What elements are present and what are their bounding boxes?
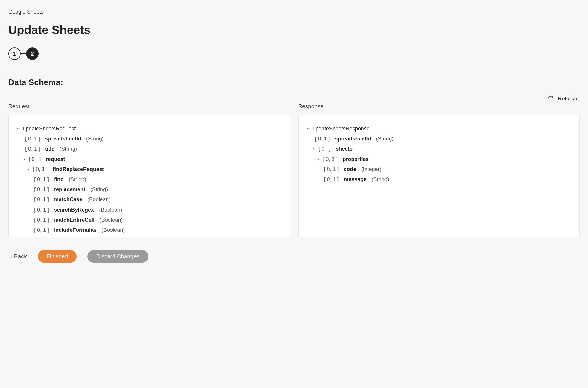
field-name: spreadsheetId xyxy=(45,134,81,144)
page-title: Update Sheets xyxy=(8,23,580,37)
finished-button[interactable]: Finished xyxy=(38,250,77,263)
field-type: (Boolean) xyxy=(87,194,110,205)
tree-node-leaf[interactable]: [ 0, 1 ] spreadsheetId (String) xyxy=(306,134,573,144)
cardinality: [ 0, 1 ] xyxy=(34,194,49,205)
field-name: message xyxy=(344,174,367,184)
section-title: Data Schema: xyxy=(8,78,580,87)
cardinality: [ 0, 1 ] xyxy=(34,184,49,194)
field-type: (Boolean) xyxy=(99,205,122,215)
field-name: findReplaceRequest xyxy=(53,164,104,174)
tree-node-root[interactable]: updateSheetsRequest xyxy=(16,124,283,134)
cardinality: [ 0, 1 ] xyxy=(324,164,339,174)
cardinality: [ 0, 1 ] xyxy=(324,174,339,184)
back-button[interactable]: ‹ Back xyxy=(11,253,27,260)
tree-node-leaf[interactable]: [ 0, 1 ] includeFormulas (Boolean) xyxy=(16,225,283,235)
tree-node-label: updateSheetsRequest xyxy=(23,124,76,134)
field-name: matchEntireCell xyxy=(54,215,94,225)
discard-changes-button[interactable]: Discard Changes xyxy=(87,250,148,263)
stepper: 1 2 xyxy=(8,47,580,60)
tree-node-root[interactable]: updateSheetsResponse xyxy=(306,124,573,134)
cardinality: [ 0, 1 ] xyxy=(34,215,49,225)
back-label: Back xyxy=(14,253,27,260)
refresh-label: Refresh xyxy=(557,95,577,102)
breadcrumb-link[interactable]: Google Sheets xyxy=(8,9,44,15)
field-name: replacement xyxy=(54,184,85,194)
cardinality: [ 0, 1 ] xyxy=(323,154,338,164)
field-name: sheets xyxy=(336,144,353,154)
field-name: request xyxy=(46,154,65,164)
step-connector xyxy=(21,53,26,54)
chevron-down-icon xyxy=(316,157,321,161)
tree-node-branch[interactable]: [ 0+ ] sheets xyxy=(306,144,573,154)
tree-node-leaf[interactable]: [ 0, 1 ] find (String) xyxy=(16,174,283,184)
tree-node-branch[interactable]: [ 0+ ] request xyxy=(16,154,283,164)
chevron-down-icon xyxy=(312,147,317,151)
field-name: includeFormulas xyxy=(54,225,97,235)
tree-node-label: updateSheetsResponse xyxy=(313,124,370,134)
request-panel: updateSheetsRequest [ 0, 1 ] spreadsheet… xyxy=(8,115,290,237)
tree-node-leaf[interactable]: [ 0, 1 ] code (Integer) xyxy=(306,164,573,174)
cardinality: [ 0, 1 ] xyxy=(315,134,330,144)
cardinality: [ 0, 1 ] xyxy=(25,144,40,154)
tree-node-branch[interactable]: [ 0, 1 ] properties xyxy=(306,154,573,164)
request-column: Request updateSheetsRequest [ 0, 1 ] spr… xyxy=(8,103,290,237)
refresh-icon xyxy=(547,96,553,102)
cardinality: [ 0, 1 ] xyxy=(33,164,48,174)
tree-node-branch[interactable]: [ 0, 1 ] findReplaceRequest xyxy=(16,164,283,174)
field-name: code xyxy=(344,164,356,174)
tree-node-leaf[interactable]: [ 0, 1 ] replacement (String) xyxy=(16,184,283,194)
chevron-down-icon xyxy=(306,127,311,130)
tree-node-leaf[interactable]: [ 0, 1 ] matchEntireCell (Boolean) xyxy=(16,215,283,225)
request-label: Request xyxy=(8,103,290,110)
field-type: (Integer) xyxy=(361,164,382,174)
cardinality: [ 0+ ] xyxy=(319,144,331,154)
field-type: (Boolean) xyxy=(100,215,123,225)
chevron-down-icon xyxy=(22,157,27,161)
tree-node-leaf[interactable]: [ 0, 1 ] message (String) xyxy=(306,174,573,184)
cardinality: [ 0, 1 ] xyxy=(25,134,40,144)
field-name: spreadsheetId xyxy=(335,134,371,144)
response-column: Response updateSheetsResponse [ 0, 1 ] s… xyxy=(298,103,580,237)
step-2[interactable]: 2 xyxy=(26,47,39,60)
chevron-left-icon: ‹ xyxy=(11,254,12,259)
field-name: matchCase xyxy=(54,194,82,205)
cardinality: [ 0, 1 ] xyxy=(37,235,52,237)
field-name: properties xyxy=(343,154,369,164)
field-type: (String) xyxy=(372,174,389,184)
field-type: (Boolean) xyxy=(102,225,125,235)
tree-node-leaf[interactable]: [ 0, 1 ] searchByRegex (Boolean) xyxy=(16,205,283,215)
cardinality: [ 0+ ] xyxy=(29,154,41,164)
tree-node-branch[interactable]: [ 0, 1 ] unionFields xyxy=(16,235,283,237)
response-label: Response xyxy=(298,103,580,110)
response-panel: updateSheetsResponse [ 0, 1 ] spreadshee… xyxy=(298,115,580,237)
chevron-down-icon xyxy=(16,127,21,130)
cardinality: [ 0, 1 ] xyxy=(34,205,49,215)
field-type: (String) xyxy=(60,144,77,154)
field-type: (String) xyxy=(69,174,86,184)
tree-node-leaf[interactable]: [ 0, 1 ] title (String) xyxy=(16,144,283,154)
field-name: unionFields xyxy=(57,235,87,237)
cardinality: [ 0, 1 ] xyxy=(34,174,49,184)
refresh-button[interactable]: Refresh xyxy=(8,95,580,102)
field-type: (String) xyxy=(90,184,108,194)
cardinality: [ 0, 1 ] xyxy=(34,225,49,235)
field-name: find xyxy=(54,174,64,184)
tree-node-leaf[interactable]: [ 0, 1 ] spreadsheetId (String) xyxy=(16,134,283,144)
field-type: (String) xyxy=(86,134,104,144)
step-1[interactable]: 1 xyxy=(8,47,21,60)
field-type: (String) xyxy=(376,134,394,144)
field-name: searchByRegex xyxy=(54,205,94,215)
chevron-down-icon xyxy=(26,167,31,171)
tree-node-leaf[interactable]: [ 0, 1 ] matchCase (Boolean) xyxy=(16,194,283,205)
field-name: title xyxy=(45,144,55,154)
